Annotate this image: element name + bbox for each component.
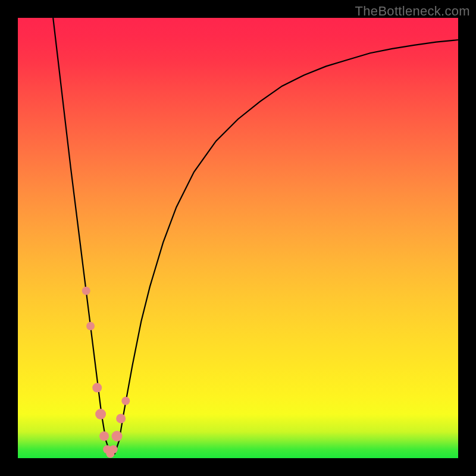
marker-point (82, 287, 90, 295)
marker-point (86, 322, 95, 330)
marker-point (116, 414, 126, 423)
marker-point (92, 383, 102, 393)
marker-point (121, 397, 130, 405)
marker-point (95, 409, 106, 419)
plot-area (18, 18, 458, 458)
marker-point (109, 445, 118, 453)
chart-frame: TheBottleneck.com (0, 0, 476, 476)
bottleneck-curve-path (53, 18, 458, 454)
watermark-text: TheBottleneck.com (355, 4, 470, 19)
marker-point (112, 431, 123, 441)
marker-point (99, 431, 109, 441)
bottleneck-curve-svg (18, 18, 458, 458)
